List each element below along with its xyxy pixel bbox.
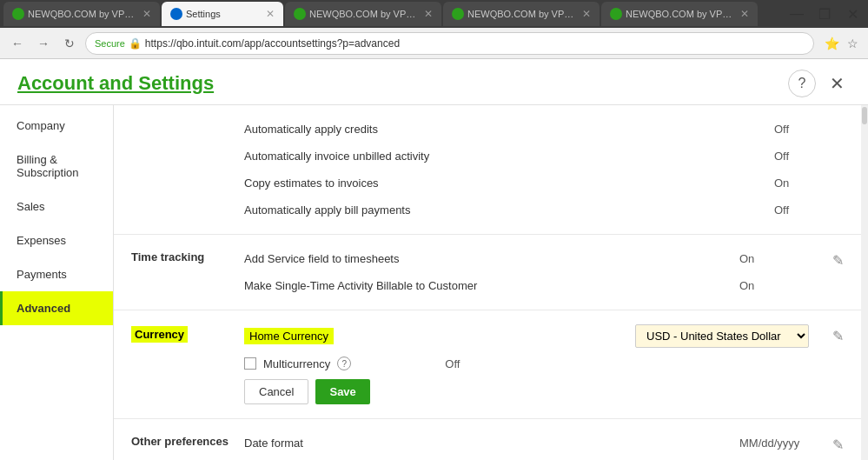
sidebar-item-billing[interactable]: Billing & Subscription <box>0 143 113 190</box>
multicurrency-label: Multicurrency <box>263 357 330 370</box>
sidebar-item-payments-label: Payments <box>17 268 67 281</box>
app-container: Account and Settings ? ✕ Company Billing… <box>0 59 868 460</box>
sidebar-item-payments[interactable]: Payments <box>0 257 113 291</box>
setting-value-credits: Off <box>774 123 844 136</box>
tab-label-5: NEWQBO.COM by VPC... <box>626 9 733 19</box>
currency-label-col: Currency <box>131 324 244 343</box>
setting-row-credits: Automatically apply credits Off <box>244 119 844 139</box>
bookmark-button[interactable]: ☆ <box>844 35 861 52</box>
setting-value-billpay: Off <box>774 203 844 217</box>
setting-name-service-field: Add Service field to timesheets <box>244 252 399 265</box>
setting-row-billable: Make Single-Time Activity Billable to Cu… <box>244 276 809 296</box>
multicurrency-checkbox[interactable] <box>244 357 256 370</box>
tab-favicon-1 <box>12 8 24 20</box>
tab-favicon-4 <box>452 8 464 20</box>
other-preferences-edit-button[interactable]: ✎ <box>809 433 844 453</box>
sidebar-item-expenses-label: Expenses <box>17 234 66 247</box>
window-minimize-button[interactable]: — <box>785 2 809 26</box>
setting-name-invoice: Automatically invoice unbilled activity <box>244 150 429 163</box>
secure-indicator: Secure <box>95 38 125 49</box>
sidebar-item-expenses[interactable]: Expenses <box>0 223 113 257</box>
app-header: Account and Settings ? ✕ <box>0 59 868 105</box>
setting-row-service-field: Add Service field to timesheets On <box>244 249 809 269</box>
close-button[interactable]: ✕ <box>823 70 851 97</box>
tab-close-5[interactable]: ✕ <box>740 8 749 20</box>
lock-icon: 🔒 <box>129 37 142 50</box>
automation-label <box>131 119 244 121</box>
scrollbar-thumb[interactable] <box>862 107 867 124</box>
setting-row-estimates: Copy estimates to invoices On <box>244 173 844 193</box>
multicurrency-row: Multicurrency ? Off <box>244 357 809 370</box>
tab-close-4[interactable]: ✕ <box>582 8 591 20</box>
save-button[interactable]: Save <box>315 379 369 404</box>
cancel-button[interactable]: Cancel <box>244 379 308 404</box>
setting-row-invoice: Automatically invoice unbilled activity … <box>244 146 844 166</box>
tab-favicon-2 <box>170 8 182 20</box>
setting-value-date-format: MM/dd/yyyy <box>739 437 809 450</box>
automation-section: Automatically apply credits Off Automati… <box>114 105 861 235</box>
multicurrency-value: Off <box>445 357 460 370</box>
sidebar-item-advanced-label: Advanced <box>17 302 70 315</box>
setting-row-billpay: Automatically apply bill payments Off <box>244 200 844 220</box>
home-currency-label: Home Currency <box>244 328 334 344</box>
browser-chrome: NEWQBO.COM by VPC... ✕ Settings ✕ NEWQBO… <box>0 0 868 59</box>
main-layout: Company Billing & Subscription Sales Exp… <box>0 105 868 460</box>
multicurrency-help-icon[interactable]: ? <box>337 357 351 370</box>
other-preferences-label: Other preferences <box>131 433 244 448</box>
extensions-button[interactable]: ⭐ <box>823 35 840 52</box>
setting-name-billpay: Automatically apply bill payments <box>244 203 410 217</box>
time-tracking-label: Time tracking <box>131 249 244 263</box>
url-display: https://qbo.intuit.com/app/accountsettin… <box>145 37 400 50</box>
time-tracking-section: Time tracking Add Service field to times… <box>114 235 861 310</box>
sidebar: Company Billing & Subscription Sales Exp… <box>0 105 114 460</box>
time-tracking-content: Add Service field to timesheets On Make … <box>244 249 809 296</box>
tab-close-2[interactable]: ✕ <box>266 8 275 20</box>
tab-close-1[interactable]: ✕ <box>142 8 151 20</box>
setting-name-credits: Automatically apply credits <box>244 123 378 136</box>
browser-tab-4[interactable]: NEWQBO.COM by VPC... ✕ <box>443 2 600 26</box>
setting-value-billable: On <box>739 279 809 292</box>
scrollbar[interactable] <box>861 105 868 460</box>
address-bar[interactable]: Secure 🔒 https://qbo.intuit.com/app/acco… <box>85 32 814 55</box>
tab-label-2: Settings <box>186 9 259 19</box>
setting-name-billable: Make Single-Time Activity Billable to Cu… <box>244 279 477 292</box>
back-button[interactable]: ← <box>7 33 28 54</box>
pencil-icon: ✎ <box>832 252 844 269</box>
refresh-button[interactable]: ↻ <box>59 33 80 54</box>
other-preferences-pencil-icon: ✎ <box>832 437 844 453</box>
browser-tab-3[interactable]: NEWQBO.COM by VPCo... ✕ <box>285 2 441 26</box>
browser-tab-1[interactable]: NEWQBO.COM by VPC... ✕ <box>3 2 160 26</box>
header-actions: ? ✕ <box>788 70 851 97</box>
tab-close-3[interactable]: ✕ <box>424 8 433 20</box>
other-preferences-section: Other preferences Date format MM/dd/yyyy… <box>114 419 861 460</box>
sidebar-item-company[interactable]: Company <box>0 109 113 143</box>
window-close-button[interactable]: ✕ <box>840 2 865 26</box>
window-maximize-button[interactable]: ❐ <box>812 2 837 26</box>
tab-label-3: NEWQBO.COM by VPCo... <box>309 9 417 19</box>
tab-favicon-5 <box>610 8 622 20</box>
currency-section-label: Currency <box>131 326 188 343</box>
content-area: Automatically apply credits Off Automati… <box>114 105 861 460</box>
sidebar-item-advanced[interactable]: Advanced <box>0 291 113 325</box>
navigation-bar: ← → ↻ Secure 🔒 https://qbo.intuit.com/ap… <box>0 28 868 59</box>
time-tracking-edit-button[interactable]: ✎ <box>809 249 844 269</box>
currency-edit-button[interactable]: ✎ <box>809 324 844 344</box>
browser-action-buttons: ⭐ ☆ <box>823 35 861 52</box>
browser-tab-5[interactable]: NEWQBO.COM by VPC... ✕ <box>601 2 758 26</box>
help-button[interactable]: ? <box>788 70 816 97</box>
browser-tab-2[interactable]: Settings ✕ <box>162 2 283 26</box>
home-currency-row: Home Currency USD - United States Dollar <box>244 324 809 348</box>
sidebar-item-billing-label: Billing & Subscription <box>17 153 79 179</box>
tab-bar: NEWQBO.COM by VPC... ✕ Settings ✕ NEWQBO… <box>0 0 868 28</box>
currency-pencil-icon: ✎ <box>832 328 844 344</box>
forward-button[interactable]: → <box>33 33 54 54</box>
automation-content: Automatically apply credits Off Automati… <box>244 119 844 220</box>
page-title: Account and Settings <box>17 72 214 95</box>
setting-value-invoice: Off <box>774 150 844 163</box>
currency-select[interactable]: USD - United States Dollar <box>635 324 809 348</box>
setting-row-date-format: Date format MM/dd/yyyy <box>244 433 809 453</box>
currency-section: Currency Home Currency USD - United Stat… <box>114 310 861 419</box>
setting-name-date-format: Date format <box>244 437 303 450</box>
sidebar-item-company-label: Company <box>17 119 65 132</box>
sidebar-item-sales[interactable]: Sales <box>0 190 113 223</box>
